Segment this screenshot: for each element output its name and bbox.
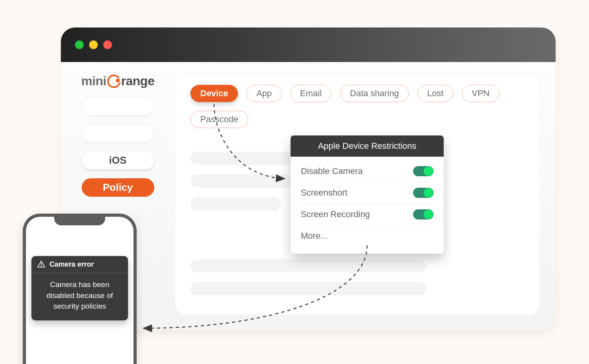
restriction-row: Disable Camera (301, 161, 434, 182)
policy-tabs: Device App Email Data sharing Lost VPN P… (190, 85, 524, 128)
error-toast: Camera error Camera has been disabled be… (31, 256, 128, 320)
tab-label: App (256, 88, 272, 99)
restriction-label: Screen Recording (301, 209, 370, 219)
brand-orange-icon (107, 75, 121, 88)
sidebar-item-placeholder-2[interactable] (82, 124, 154, 143)
window-minimize-icon[interactable] (75, 40, 84, 49)
tab-lost[interactable]: Lost (417, 85, 454, 102)
restriction-row: Screen Recording (301, 204, 434, 225)
restrictions-popover: Apple Device Restrictions Disable Camera… (291, 135, 444, 254)
error-body: Camera has been disabled because of secu… (31, 273, 128, 320)
tab-label: Lost (427, 88, 444, 99)
tab-vpn[interactable]: VPN (462, 85, 499, 102)
tab-data-sharing[interactable]: Data sharing (340, 85, 409, 102)
content-placeholder-line (190, 282, 426, 295)
restriction-more[interactable]: More... (301, 225, 434, 247)
warning-icon (37, 260, 46, 269)
tab-label: Email (300, 88, 322, 99)
brand-suffix: range (121, 74, 155, 88)
tab-label: VPN (472, 88, 489, 99)
tab-app[interactable]: App (247, 85, 282, 102)
sidebar-item-label: iOS (109, 154, 127, 166)
toggle-screenshot[interactable] (413, 188, 434, 198)
sidebar-item-policy[interactable]: Policy (82, 178, 154, 197)
content-placeholder-line (190, 197, 281, 210)
tab-label: Passcode (200, 114, 238, 124)
sidebar-item-ios[interactable]: iOS (82, 151, 154, 170)
sidebar-item-label: Policy (103, 181, 133, 194)
toggle-disable-camera[interactable] (413, 166, 434, 176)
toggle-screen-recording[interactable] (413, 209, 434, 219)
tab-device[interactable]: Device (190, 85, 238, 102)
svg-point-1 (41, 265, 42, 266)
restriction-more-label: More... (301, 231, 327, 241)
content-placeholder-line (190, 259, 426, 273)
brand-logo: mini range (81, 74, 154, 88)
sidebar-item-placeholder-1[interactable] (82, 97, 154, 115)
popover-body: Disable Camera Screenshort Screen Record… (291, 157, 444, 254)
phone-notch (54, 217, 105, 225)
restriction-row: Screenshort (301, 182, 434, 204)
phone-mockup: Camera error Camera has been disabled be… (23, 214, 137, 364)
tab-label: Data sharing (350, 88, 399, 99)
window-maximize-icon[interactable] (89, 40, 98, 49)
titlebar (61, 27, 556, 62)
tab-email[interactable]: Email (290, 85, 331, 102)
restriction-label: Disable Camera (301, 166, 363, 176)
brand-prefix: mini (81, 74, 106, 88)
tab-label: Device (200, 88, 228, 99)
error-header: Camera error (31, 256, 128, 273)
window-close-icon[interactable] (103, 40, 112, 49)
error-title: Camera error (49, 260, 94, 269)
popover-title: Apple Device Restrictions (291, 135, 444, 157)
tab-passcode[interactable]: Passcode (190, 111, 248, 128)
restriction-label: Screenshort (301, 188, 348, 198)
